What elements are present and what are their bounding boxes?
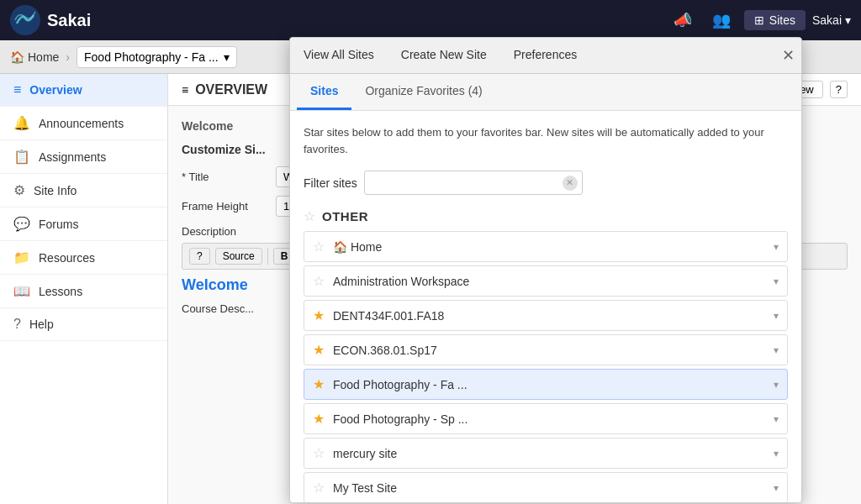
preferences-button[interactable]: Preferences bbox=[500, 38, 590, 73]
sidebar-item-resources[interactable]: 📁 Resources bbox=[0, 241, 167, 275]
toolbar-separator-1 bbox=[267, 248, 268, 265]
sidebar-label-forums: Forums bbox=[39, 218, 78, 231]
section-title: OTHER bbox=[322, 209, 368, 223]
breadcrumb-divider: › bbox=[66, 50, 70, 64]
filter-input-wrap: ✕ bbox=[364, 171, 583, 195]
site-star-mercury[interactable]: ☆ bbox=[313, 445, 325, 461]
sites-label: Sites bbox=[769, 13, 795, 27]
site-chevron-my-test[interactable]: ▾ bbox=[774, 482, 779, 494]
site-star-my-test[interactable]: ☆ bbox=[313, 480, 325, 496]
sites-button[interactable]: ⊞ Sites bbox=[744, 10, 806, 30]
source-btn[interactable]: Source bbox=[215, 248, 262, 265]
tab-sites[interactable]: Sites bbox=[297, 74, 351, 110]
filter-sites-input[interactable] bbox=[364, 171, 583, 195]
forums-icon: 💬 bbox=[13, 216, 30, 232]
sidebar-item-site-info[interactable]: ⚙ Site Info bbox=[0, 174, 167, 207]
user-label: Sakai bbox=[812, 13, 842, 27]
filter-row: Filter sites ✕ bbox=[304, 171, 788, 195]
site-item-mercury[interactable]: ☆ mercury site ▾ bbox=[304, 438, 788, 469]
current-site-label: Food Photography - Fa ... bbox=[84, 50, 219, 64]
site-item-my-test[interactable]: ☆ My Test Site ▾ bbox=[304, 472, 788, 502]
site-star-food-photo-fa[interactable]: ★ bbox=[313, 376, 325, 392]
site-item-food-photo-fa[interactable]: ★ Food Photography - Fa ... ▾ bbox=[304, 369, 788, 400]
site-item-admin-workspace[interactable]: ☆ Administration Workspace ▾ bbox=[304, 265, 788, 297]
question-btn[interactable]: ? bbox=[189, 248, 210, 265]
announcements-icon: 🔔 bbox=[13, 115, 30, 131]
site-name-mercury: mercury site bbox=[333, 447, 774, 460]
user-chevron-icon: ▾ bbox=[845, 13, 851, 27]
site-chevron-home[interactable]: ▾ bbox=[774, 241, 779, 253]
site-name-admin: Administration Workspace bbox=[333, 275, 774, 288]
create-new-site-button[interactable]: Create New Site bbox=[388, 38, 500, 73]
modal-close-button[interactable]: ✕ bbox=[775, 39, 801, 71]
site-chevron-mercury[interactable]: ▾ bbox=[774, 448, 779, 459]
users-button[interactable]: 👥 bbox=[705, 8, 737, 33]
site-star-econ368[interactable]: ★ bbox=[313, 342, 325, 358]
home-label: Home bbox=[28, 50, 59, 64]
site-name-my-test: My Test Site bbox=[333, 481, 774, 495]
site-name-food-photo-fa: Food Photography - Fa ... bbox=[333, 378, 774, 391]
users-icon: 👥 bbox=[712, 11, 731, 29]
modal-tabs: Sites Organize Favorites (4) bbox=[290, 74, 801, 111]
breadcrumb-chevron-icon: ▾ bbox=[224, 50, 230, 64]
sidebar-label-lessons: Lessons bbox=[39, 285, 82, 298]
modal-body: Star sites below to add them to your fav… bbox=[290, 111, 801, 502]
site-chevron-food-photo-fa[interactable]: ▾ bbox=[774, 379, 779, 391]
modal-description: Star sites below to add them to your fav… bbox=[304, 124, 788, 157]
filter-clear-icon[interactable]: ✕ bbox=[563, 176, 578, 191]
sidebar-item-announcements[interactable]: 🔔 Announcements bbox=[0, 107, 167, 140]
current-site-breadcrumb[interactable]: Food Photography - Fa ... ▾ bbox=[77, 46, 237, 68]
sidebar-item-overview[interactable]: ≡ Overview bbox=[0, 74, 167, 107]
site-chevron-econ368[interactable]: ▾ bbox=[774, 344, 779, 356]
assignments-icon: 📋 bbox=[13, 149, 30, 165]
site-item-econ368[interactable]: ★ ECON.368.01.Sp17 ▾ bbox=[304, 334, 788, 365]
site-chevron-food-photo-sp[interactable]: ▾ bbox=[774, 413, 779, 425]
site-name-food-photo-sp: Food Photography - Sp ... bbox=[333, 412, 774, 426]
megaphone-button[interactable]: 📣 bbox=[667, 8, 699, 33]
grid-icon: ⊞ bbox=[754, 13, 764, 27]
sidebar-label-resources: Resources bbox=[39, 251, 95, 265]
section-star-icon[interactable]: ☆ bbox=[304, 208, 315, 224]
logo[interactable]: Sakai bbox=[10, 5, 91, 35]
logo-text: Sakai bbox=[47, 11, 91, 30]
site-chevron-dent434f[interactable]: ▾ bbox=[774, 310, 779, 322]
site-name-dent434f: DENT434F.001.FA18 bbox=[333, 309, 774, 323]
site-name-home: 🏠 Home bbox=[333, 240, 774, 254]
tab-organize-favorites[interactable]: Organize Favorites (4) bbox=[351, 74, 495, 110]
site-info-icon: ⚙ bbox=[13, 182, 25, 198]
section-header: ☆ OTHER bbox=[304, 208, 788, 224]
modal-nav-row: View All Sites Create New Site Preferenc… bbox=[290, 38, 801, 74]
site-star-dent434f[interactable]: ★ bbox=[313, 307, 325, 323]
top-navigation: Sakai 📣 👥 ⊞ Sites Sakai ▾ bbox=[0, 0, 861, 40]
sidebar-label-help: Help bbox=[29, 318, 54, 331]
sidebar-item-forums[interactable]: 💬 Forums bbox=[0, 207, 167, 241]
user-menu-button[interactable]: Sakai ▾ bbox=[812, 13, 851, 27]
help-button[interactable]: ? bbox=[830, 81, 848, 98]
site-name-econ368: ECON.368.01.Sp17 bbox=[333, 344, 774, 357]
view-all-sites-button[interactable]: View All Sites bbox=[290, 38, 388, 73]
site-star-home[interactable]: ☆ bbox=[313, 239, 325, 255]
overview-icon: ≡ bbox=[13, 82, 21, 97]
sidebar-label-overview: Overview bbox=[29, 83, 82, 97]
top-nav-icons: 📣 👥 ⊞ Sites Sakai ▾ bbox=[667, 8, 851, 33]
sidebar-item-help[interactable]: ? Help bbox=[0, 308, 167, 341]
site-chevron-admin[interactable]: ▾ bbox=[774, 276, 779, 287]
content-header-title: OVERVIEW bbox=[195, 82, 267, 97]
sidebar-label-assignments: Assignments bbox=[39, 150, 106, 164]
home-breadcrumb[interactable]: 🏠 Home bbox=[10, 50, 59, 64]
site-star-admin[interactable]: ☆ bbox=[313, 273, 325, 289]
help-icon: ? bbox=[13, 317, 21, 332]
lessons-icon: 📖 bbox=[13, 283, 30, 299]
sidebar-item-lessons[interactable]: 📖 Lessons bbox=[0, 275, 167, 308]
sidebar-label-site-info: Site Info bbox=[34, 184, 77, 197]
sites-modal: View All Sites Create New Site Preferenc… bbox=[289, 37, 802, 503]
content-header-icon: ≡ bbox=[182, 83, 188, 97]
sidebar-item-assignments[interactable]: 📋 Assignments bbox=[0, 140, 167, 174]
filter-label: Filter sites bbox=[304, 176, 357, 190]
resources-icon: 📁 bbox=[13, 249, 30, 265]
site-star-food-photo-sp[interactable]: ★ bbox=[313, 411, 325, 427]
site-item-home[interactable]: ☆ 🏠 Home ▾ bbox=[304, 231, 788, 262]
site-item-dent434f[interactable]: ★ DENT434F.001.FA18 ▾ bbox=[304, 300, 788, 331]
site-item-food-photo-sp[interactable]: ★ Food Photography - Sp ... ▾ bbox=[304, 403, 788, 434]
title-label: * Title bbox=[182, 171, 266, 183]
